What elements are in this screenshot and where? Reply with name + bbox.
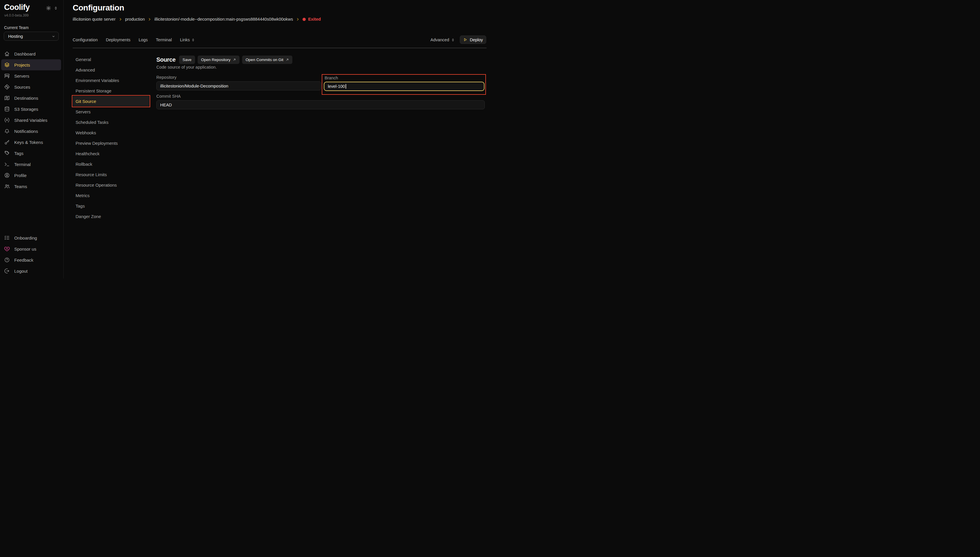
sidebar-item-sources[interactable]: Sources <box>1 81 61 93</box>
external-link-icon <box>286 58 289 61</box>
tab-terminal[interactable]: Terminal <box>156 37 172 42</box>
sidebar-item-tags[interactable]: Tags <box>1 148 61 159</box>
sidebar-item-label: Keys & Tokens <box>14 140 43 145</box>
subnav-item-advanced[interactable]: Advanced <box>73 65 150 75</box>
sidebar-item-label: Sources <box>14 85 30 90</box>
tab-links-label: Links <box>180 37 190 42</box>
sidebar-item-dashboard[interactable]: Dashboard <box>1 48 61 59</box>
status-text: Exited <box>308 17 321 21</box>
current-team-label: Current Team <box>4 25 29 30</box>
sun-icon[interactable] <box>46 5 51 11</box>
open-repository-button[interactable]: Open Repository <box>198 55 239 64</box>
section-description: Code source of your application. <box>156 65 217 70</box>
theme-selector-icon[interactable] <box>54 6 58 10</box>
repository-input[interactable]: illicitestonion/Module-Decomposition <box>156 81 321 90</box>
key-icon <box>4 139 10 145</box>
advanced-dropdown[interactable]: Advanced <box>431 36 455 44</box>
subnav-item-preview-deployments[interactable]: Preview Deployments <box>73 138 150 148</box>
sidebar-item-label: Destinations <box>14 96 38 101</box>
subnav-item-environment-variables[interactable]: Environment Variables <box>73 75 150 85</box>
user-icon <box>4 173 10 178</box>
tab-divider <box>73 48 486 48</box>
subnav-item-rollback[interactable]: Rollback <box>73 159 150 169</box>
branch-label: Branch <box>325 76 338 80</box>
sidebar-item-logout[interactable]: Logout <box>1 265 61 277</box>
commit-sha-input[interactable]: HEAD <box>156 100 485 109</box>
checklist-icon <box>4 235 10 241</box>
subnav-item-resource-limits[interactable]: Resource Limits <box>73 169 150 180</box>
breadcrumb-application[interactable]: illicitestonion/-module--decomposition:m… <box>154 17 293 21</box>
team-select-value: Hosting <box>8 34 23 39</box>
subnav-item-tags[interactable]: Tags <box>73 200 150 211</box>
commit-sha-label: Commit SHA <box>156 94 181 99</box>
breadcrumb-environment[interactable]: production <box>125 17 145 21</box>
tab-deployments[interactable]: Deployments <box>106 37 130 42</box>
sidebar-item-sponsor-us[interactable]: Sponsor us <box>1 243 61 254</box>
repository-value: illicitestonion/Module-Decomposition <box>160 84 228 88</box>
chevron-down-icon <box>52 34 55 38</box>
tab-links[interactable]: Links <box>180 37 195 42</box>
open-commits-label: Open Commits on Git <box>245 57 283 62</box>
sidebar-item-label: Terminal <box>14 162 31 167</box>
sidebar-nav: Dashboard Projects Servers Sources <box>0 48 63 192</box>
tab-logs[interactable]: Logs <box>139 37 148 42</box>
section-title: Source <box>156 56 176 63</box>
sidebar-item-projects[interactable]: Projects <box>1 59 61 70</box>
team-select[interactable]: Hosting <box>4 32 59 41</box>
terminal-icon <box>4 161 10 167</box>
selector-icon <box>191 38 195 42</box>
sidebar-item-label: Notifications <box>14 129 38 134</box>
tab-bar: Configuration Deployments Logs Terminal … <box>73 35 195 44</box>
branch-value: level-100 <box>328 84 345 89</box>
sidebar-item-onboarding[interactable]: Onboarding <box>1 232 61 243</box>
subnav-item-persistent-storage[interactable]: Persistent Storage <box>73 85 150 96</box>
subnav-item-webhooks[interactable]: Webhooks <box>73 127 150 138</box>
breadcrumb: illicitonion quote server production ill… <box>73 17 321 21</box>
sidebar-item-destinations[interactable]: Destinations <box>1 93 61 104</box>
database-icon <box>4 106 10 112</box>
deploy-label: Deploy <box>470 37 483 42</box>
subnav-item-danger-zone[interactable]: Danger Zone <box>73 211 150 221</box>
server-icon <box>4 73 10 79</box>
save-button[interactable]: Save <box>179 55 195 64</box>
tags-icon <box>4 150 10 156</box>
config-subnav: General Advanced Environment Variables P… <box>73 54 150 221</box>
sidebar-item-terminal[interactable]: Terminal <box>1 159 61 170</box>
subnav-item-git-source[interactable]: Git Source <box>73 96 150 106</box>
open-commits-button[interactable]: Open Commits on Git <box>242 55 293 64</box>
subnav-item-scheduled-tasks[interactable]: Scheduled Tasks <box>73 117 150 127</box>
sidebar-item-profile[interactable]: Profile <box>1 170 61 181</box>
sidebar-item-shared-variables[interactable]: Shared Variables <box>1 114 61 125</box>
branch-annotation-box: Branch level-100 <box>322 74 486 95</box>
tab-configuration[interactable]: Configuration <box>73 37 98 42</box>
branch-input[interactable]: level-100 <box>324 82 484 91</box>
deploy-button[interactable]: Deploy <box>460 36 486 44</box>
subnav-item-healthcheck[interactable]: Healthcheck <box>73 148 150 159</box>
map-icon <box>4 95 10 101</box>
subnav-item-general[interactable]: General <box>73 54 150 65</box>
sidebar-item-notifications[interactable]: Notifications <box>1 125 61 137</box>
selector-icon <box>451 38 455 42</box>
sidebar-item-servers[interactable]: Servers <box>1 70 61 81</box>
sidebar-item-label: Sponsor us <box>14 246 36 251</box>
sidebar-item-teams[interactable]: Teams <box>1 181 61 192</box>
sidebar-item-s3-storages[interactable]: S3 Storages <box>1 104 61 114</box>
open-repository-label: Open Repository <box>201 57 231 62</box>
subnav-item-metrics[interactable]: Metrics <box>73 190 150 200</box>
breadcrumb-project[interactable]: illicitonion quote server <box>73 17 116 21</box>
sidebar-item-feedback[interactable]: Feedback <box>1 254 61 265</box>
advanced-label: Advanced <box>431 37 449 42</box>
git-source-icon <box>4 84 10 90</box>
status-badge: Exited <box>302 17 321 21</box>
sidebar-item-keys-tokens[interactable]: Keys & Tokens <box>1 137 61 148</box>
sidebar-item-label: S3 Storages <box>14 107 38 112</box>
subnav-item-resource-operations[interactable]: Resource Operations <box>73 180 150 190</box>
theme-controls <box>46 5 58 11</box>
app-logo[interactable]: Coolify <box>4 3 30 12</box>
users-icon <box>4 184 10 189</box>
subnav-item-servers[interactable]: Servers <box>73 106 150 117</box>
home-icon <box>4 51 10 57</box>
sidebar-footer-nav: Onboarding Sponsor us Feedback Logout <box>0 232 63 277</box>
sidebar-item-label: Dashboard <box>14 52 36 56</box>
sidebar-item-label: Teams <box>14 184 27 189</box>
